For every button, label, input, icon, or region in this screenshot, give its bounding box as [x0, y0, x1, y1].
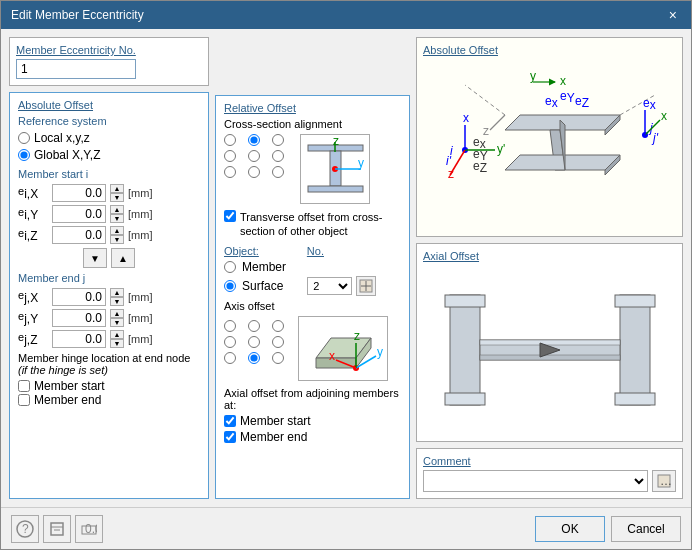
ej-x-row: ej,X ▲ ▼ [mm]	[18, 288, 200, 306]
adj-start-check[interactable]	[224, 415, 236, 427]
svg-text:z: z	[483, 124, 489, 138]
hinge-start-check[interactable]	[18, 380, 30, 392]
abs-offset-diagram-svg: i j j' i' z y' x	[425, 60, 675, 235]
axial-offset-svg	[440, 285, 660, 415]
ei-z-spinner: ▲ ▼	[110, 226, 124, 244]
cs-radio-2[interactable]	[248, 134, 260, 146]
svg-text:y: y	[377, 345, 383, 359]
ei-y-input[interactable]	[52, 205, 106, 223]
ei-y-down[interactable]: ▼	[110, 214, 124, 223]
object-member-radio[interactable]	[224, 261, 236, 273]
cs-radio-9[interactable]	[272, 166, 284, 178]
svg-rect-63	[480, 340, 620, 345]
ei-z-input[interactable]	[52, 226, 106, 244]
cs-radio-7[interactable]	[224, 166, 236, 178]
comment-select[interactable]	[423, 470, 648, 492]
svg-rect-59	[620, 295, 650, 405]
pick-button[interactable]	[356, 276, 376, 296]
title-bar: Edit Member Eccentricity ×	[1, 1, 691, 29]
cs-radio-1[interactable]	[224, 134, 236, 146]
svg-marker-12	[316, 358, 356, 368]
local-radio[interactable]	[18, 132, 30, 144]
adj-end-check[interactable]	[224, 431, 236, 443]
axis-radio-7[interactable]	[224, 352, 236, 364]
svg-text:eZ: eZ	[473, 159, 487, 175]
abs-offset-diagram: Absolute Offset	[416, 37, 683, 237]
comment-browse-button[interactable]: …	[652, 470, 676, 492]
global-radio[interactable]	[18, 149, 30, 161]
edit-button[interactable]	[43, 515, 71, 543]
ei-y-unit: [mm]	[128, 208, 152, 220]
svg-text:x: x	[463, 111, 469, 125]
edit-icon	[49, 521, 65, 537]
ei-x-down[interactable]: ▼	[110, 193, 124, 202]
axis-radio-9[interactable]	[272, 352, 284, 364]
hinge-end-check[interactable]	[18, 394, 30, 406]
svg-text:z: z	[448, 167, 454, 181]
cancel-button[interactable]: Cancel	[611, 516, 681, 542]
cs-radio-6[interactable]	[272, 150, 284, 162]
ej-z-input[interactable]	[52, 330, 106, 348]
middle-panel: Relative Offset Cross-section alignment	[215, 37, 410, 499]
help-button[interactable]: ?	[11, 515, 39, 543]
ej-z-down[interactable]: ▼	[110, 339, 124, 348]
no-select[interactable]: 2	[307, 277, 352, 295]
svg-text:x: x	[560, 74, 566, 88]
ei-z-up[interactable]: ▲	[110, 226, 124, 235]
middle-spacer	[215, 37, 410, 89]
ej-y-down[interactable]: ▼	[110, 318, 124, 327]
ei-y-row: ei,Y ▲ ▼ [mm]	[18, 205, 200, 223]
svg-rect-61	[615, 393, 655, 405]
svg-text:x: x	[329, 349, 335, 363]
bottom-right-buttons: OK Cancel	[535, 516, 681, 542]
ei-y-spinner: ▲ ▼	[110, 205, 124, 223]
axis-offset-label: Axis offset	[224, 300, 401, 312]
transverse-label: Transverse offset from cross-section of …	[240, 210, 401, 239]
close-button[interactable]: ×	[665, 7, 681, 23]
no-select-row: 2	[307, 276, 376, 296]
svg-text:eZ: eZ	[575, 94, 589, 110]
main-content: Member Eccentricity No. 1 Absolute Offse…	[1, 29, 691, 507]
svg-text:0.00: 0.00	[85, 522, 97, 536]
ej-z-spinner: ▲ ▼	[110, 330, 124, 348]
axis-radio-2[interactable]	[248, 320, 260, 332]
ej-y-input[interactable]	[52, 309, 106, 327]
help-icon: ?	[16, 520, 34, 538]
ok-button[interactable]: OK	[535, 516, 605, 542]
copy-buttons: ▼ ▲	[18, 248, 200, 268]
ei-x-up[interactable]: ▲	[110, 184, 124, 193]
ej-x-down[interactable]: ▼	[110, 297, 124, 306]
copy-up-button[interactable]: ▲	[111, 248, 135, 268]
axis-radio-5[interactable]	[248, 336, 260, 348]
axis-radio-3[interactable]	[272, 320, 284, 332]
axis-radio-6[interactable]	[272, 336, 284, 348]
ej-x-input[interactable]	[52, 288, 106, 306]
cs-radio-8[interactable]	[248, 166, 260, 178]
relative-offset-label: Relative Offset	[224, 102, 401, 114]
ej-z-up[interactable]: ▲	[110, 330, 124, 339]
cs-radio-5[interactable]	[248, 150, 260, 162]
absolute-offset-label: Absolute Offset	[18, 99, 200, 111]
ei-x-input[interactable]	[52, 184, 106, 202]
axis-radio-1[interactable]	[224, 320, 236, 332]
axis-radio-4[interactable]	[224, 336, 236, 348]
axis-radio-8[interactable]	[248, 352, 260, 364]
ei-y-up[interactable]: ▲	[110, 205, 124, 214]
copy-down-button[interactable]: ▼	[83, 248, 107, 268]
object-surface-radio[interactable]	[224, 280, 236, 292]
member-no-input[interactable]: 1	[16, 59, 136, 79]
adj-end-row: Member end	[224, 430, 401, 444]
member-no-section: Member Eccentricity No. 1	[9, 37, 209, 86]
ej-y-up[interactable]: ▲	[110, 309, 124, 318]
ei-x-label: ei,X	[18, 185, 48, 201]
bottom-left-tools: ? 0.00	[11, 515, 103, 543]
cs-preview-svg: y z	[303, 137, 368, 202]
reset-button[interactable]: 0.00	[75, 515, 103, 543]
ej-x-up[interactable]: ▲	[110, 288, 124, 297]
svg-text:…: …	[660, 474, 671, 488]
transverse-check[interactable]	[224, 210, 236, 222]
ei-z-down[interactable]: ▼	[110, 235, 124, 244]
cs-radio-3[interactable]	[272, 134, 284, 146]
pick-icon	[359, 279, 373, 293]
cs-radio-4[interactable]	[224, 150, 236, 162]
